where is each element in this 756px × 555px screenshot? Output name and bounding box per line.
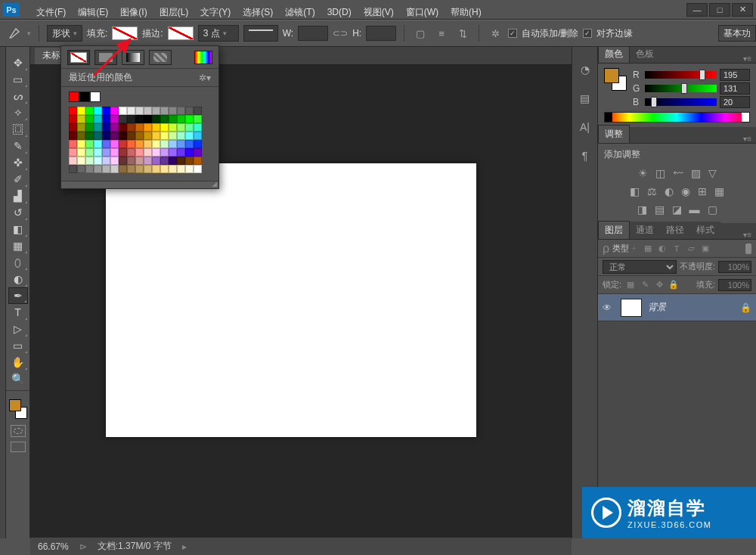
color-swatch[interactable] [194, 148, 202, 157]
color-swatch[interactable] [102, 157, 110, 165]
colorlookup-icon[interactable]: ▦ [714, 185, 724, 197]
arrange-icon[interactable]: ⇅ [454, 25, 471, 42]
color-swatch[interactable] [110, 140, 119, 148]
color-swatch[interactable] [177, 157, 185, 165]
menu-filter[interactable]: 滤镜(T) [279, 5, 321, 20]
color-swatch[interactable] [77, 148, 85, 157]
gradientmap-icon[interactable]: ▬ [689, 203, 700, 215]
color-swatch[interactable] [85, 115, 94, 123]
threshold-icon[interactable]: ◪ [672, 203, 682, 215]
color-swatch[interactable] [85, 107, 94, 115]
color-swatch[interactable] [177, 140, 185, 148]
color-swatch[interactable] [160, 165, 169, 173]
color-swatch[interactable] [119, 123, 127, 132]
quick-mask-toggle[interactable] [11, 425, 26, 437]
hue-icon[interactable]: ◧ [630, 185, 640, 197]
color-swatch[interactable] [169, 157, 177, 165]
color-swatch[interactable] [177, 148, 185, 157]
colorbalance-icon[interactable]: ⚖ [647, 185, 657, 197]
workspace-button[interactable]: 基本功 [718, 25, 756, 42]
color-swatch[interactable] [94, 165, 102, 173]
stamp-tool[interactable]: ▟ [8, 188, 28, 204]
zoom-level[interactable]: 66.67% [38, 541, 69, 552]
fill-solid-button[interactable] [94, 50, 117, 65]
color-swatch[interactable] [177, 107, 185, 115]
invert-icon[interactable]: ◨ [637, 203, 647, 215]
color-swatch[interactable] [144, 165, 152, 173]
color-swatch[interactable] [194, 115, 202, 123]
color-swatch[interactable] [102, 115, 110, 123]
color-swatch[interactable] [102, 107, 110, 115]
color-swatch[interactable] [144, 140, 152, 148]
color-swatch[interactable] [160, 123, 169, 132]
spectrum-bar[interactable] [604, 112, 750, 122]
color-swatch[interactable] [185, 115, 194, 123]
color-swatch[interactable] [127, 123, 135, 132]
color-swatch[interactable] [152, 123, 160, 132]
color-swatch[interactable] [110, 165, 119, 173]
fg-bg-swatches[interactable] [8, 398, 29, 420]
color-swatch[interactable] [94, 157, 102, 165]
color-swatch[interactable] [110, 123, 119, 132]
menu-layer[interactable]: 图层(L) [153, 5, 195, 20]
color-swatch[interactable] [77, 165, 85, 173]
color-fg-bg-swatches[interactable] [604, 68, 627, 91]
color-swatch[interactable] [110, 115, 119, 123]
stroke-width-select[interactable]: 3 点 [198, 25, 239, 42]
fill-gradient-button[interactable] [122, 50, 144, 65]
color-swatch[interactable] [177, 115, 185, 123]
color-swatch[interactable] [94, 140, 102, 148]
stroke-style-select[interactable] [243, 25, 278, 42]
align-edges-checkbox[interactable]: ✓ [583, 29, 592, 38]
color-swatch[interactable] [110, 157, 119, 165]
menu-image[interactable]: 图像(I) [114, 5, 153, 20]
g-value[interactable]: 131 [720, 82, 750, 95]
opacity-input[interactable]: 100% [718, 261, 751, 273]
type-tool[interactable]: T [8, 304, 28, 321]
color-swatch[interactable] [102, 148, 110, 157]
lasso-tool[interactable]: ᔕ [8, 88, 28, 104]
shape-tool[interactable]: ▭ [8, 337, 28, 354]
bw-icon[interactable]: ◐ [665, 185, 674, 197]
maximize-button[interactable]: □ [709, 3, 730, 17]
color-swatch[interactable] [152, 157, 160, 165]
color-swatch[interactable] [102, 123, 110, 132]
color-swatch[interactable] [152, 148, 160, 157]
color-swatch[interactable] [69, 165, 77, 173]
color-swatch[interactable] [119, 107, 127, 115]
color-swatch[interactable] [85, 140, 94, 148]
layer-name[interactable]: 背景 [648, 301, 666, 314]
recent-swatch[interactable] [79, 91, 90, 102]
color-swatch[interactable] [160, 107, 169, 115]
posterize-icon[interactable]: ▤ [655, 203, 665, 215]
color-swatch[interactable] [85, 165, 94, 173]
color-swatch[interactable] [169, 132, 177, 140]
minimize-button[interactable]: — [686, 3, 708, 17]
color-swatch[interactable] [135, 140, 144, 148]
gear-icon[interactable] [487, 25, 503, 42]
layer-item-background[interactable]: 👁 背景 🔒 [598, 294, 756, 321]
swatch-settings-icon[interactable]: ✲▾ [199, 73, 211, 83]
color-swatch[interactable] [185, 148, 194, 157]
color-swatch[interactable] [69, 132, 77, 140]
color-swatch[interactable] [185, 140, 194, 148]
recent-swatch[interactable] [69, 91, 79, 102]
fill-none-button[interactable] [67, 50, 90, 65]
color-swatch[interactable] [135, 115, 144, 123]
levels-icon[interactable]: ◫ [655, 167, 665, 179]
color-swatch[interactable] [127, 115, 135, 123]
color-swatch[interactable] [102, 165, 110, 173]
color-swatch[interactable] [77, 132, 85, 140]
menu-edit[interactable]: 编辑(E) [72, 5, 114, 20]
close-button[interactable]: ✕ [732, 3, 753, 17]
filter-pixel-icon[interactable]: ▦ [642, 243, 654, 255]
channelmixer-icon[interactable]: ⊞ [698, 185, 707, 197]
color-swatch[interactable] [185, 157, 194, 165]
layer-filter-type[interactable]: 类型 [612, 243, 629, 254]
color-swatch[interactable] [127, 132, 135, 140]
curves-icon[interactable]: ⬳ [673, 167, 683, 179]
color-swatch[interactable] [152, 107, 160, 115]
color-swatch[interactable] [160, 115, 169, 123]
channels-tab[interactable]: 通道 [630, 222, 660, 239]
color-swatch[interactable] [102, 140, 110, 148]
